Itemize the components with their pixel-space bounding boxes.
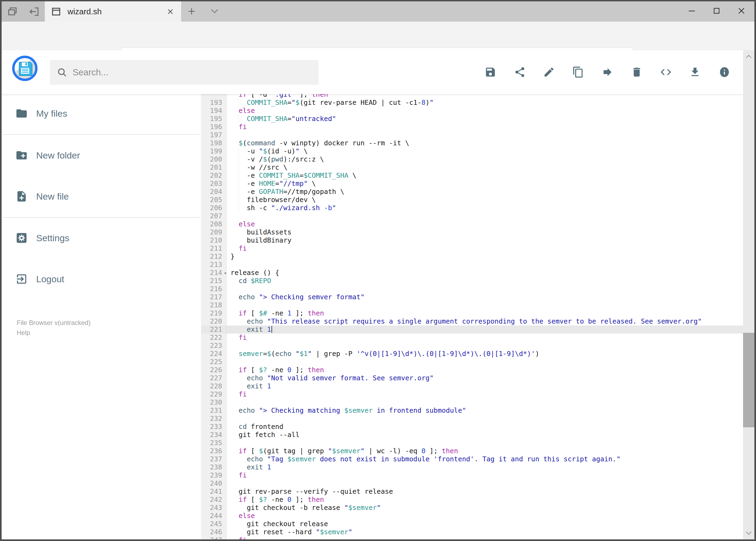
- code-line[interactable]: 222 fi: [201, 333, 744, 342]
- help-link[interactable]: Help: [17, 327, 91, 337]
- code-line[interactable]: 217 echo "> Checking semver format": [201, 293, 744, 301]
- line-number: 236: [201, 447, 227, 455]
- line-number: 194: [201, 107, 227, 115]
- line-number: 233: [201, 423, 227, 431]
- page-scrollbar[interactable]: [743, 50, 754, 539]
- download-button[interactable]: [685, 62, 705, 82]
- sidebar-item-logout[interactable]: Logout: [0, 264, 201, 294]
- code-line[interactable]: 240: [201, 479, 744, 487]
- code-line[interactable]: 243 git checkout -b release "$semver": [201, 504, 744, 512]
- code-line[interactable]: 198 $(command -v winpty) docker run --rm…: [201, 139, 744, 147]
- line-number: 222: [201, 333, 227, 342]
- code-line[interactable]: 204 -e GOPATH=//tmp/gopath \: [201, 188, 744, 196]
- minimize-button[interactable]: [679, 0, 704, 22]
- browser-tab[interactable]: wizard.sh: [45, 1, 181, 22]
- code-line[interactable]: 228 exit 1: [201, 382, 744, 390]
- app-version-text[interactable]: File Browser v(untracked): [17, 319, 91, 326]
- sidebar: My files New folder New file Settings Lo…: [0, 94, 201, 541]
- code-line[interactable]: 227 echo "Not valid semver format. See s…: [201, 374, 744, 382]
- code-line[interactable]: 247 fi: [201, 536, 744, 539]
- scroll-down-icon[interactable]: [744, 529, 753, 537]
- tab-preview-icon[interactable]: [6, 6, 18, 18]
- code-line[interactable]: 241 git rev-parse --verify --quiet relea…: [201, 487, 744, 496]
- sidebar-item-settings[interactable]: Settings: [0, 223, 201, 253]
- code-line[interactable]: if [ -d ".git" ]; then: [201, 94, 744, 99]
- code-line[interactable]: 203 -e HOME="//tmp" \: [201, 180, 744, 188]
- sidebar-item-new-folder[interactable]: New folder: [0, 141, 201, 170]
- code-line[interactable]: 244 else: [201, 512, 744, 520]
- line-number: 200: [201, 155, 227, 164]
- raw-code-button[interactable]: [655, 62, 676, 82]
- close-window-button[interactable]: [729, 0, 754, 22]
- save-button[interactable]: [480, 62, 501, 82]
- code-line[interactable]: 205 filebrowser/dev \: [201, 196, 744, 204]
- rename-button[interactable]: [539, 62, 559, 82]
- code-line[interactable]: 193 COMMIT_SHA="$(git rev-parse HEAD | c…: [201, 99, 744, 107]
- code-line[interactable]: 209 buildAssets: [201, 228, 744, 236]
- code-line[interactable]: 194 else: [201, 107, 744, 115]
- maximize-button[interactable]: [704, 0, 729, 22]
- code-line[interactable]: 237 echo "Tag $semver does not exist in …: [201, 455, 744, 463]
- new-tab-button[interactable]: [186, 6, 197, 17]
- browser-navbar: filebrowser.web/files/wizard.sh: [0, 22, 756, 51]
- fold-arrow-icon[interactable]: ▾: [224, 269, 227, 277]
- code-line[interactable]: 196 fi: [201, 123, 744, 131]
- code-line[interactable]: 221 exit 1: [201, 325, 744, 333]
- code-line[interactable]: 202 -e COMMIT_SHA=$COMMIT_SHA \: [201, 172, 744, 180]
- code-line[interactable]: 207: [201, 212, 744, 220]
- code-line[interactable]: 232: [201, 415, 744, 423]
- code-line[interactable]: 201 -w //src \: [201, 164, 744, 172]
- info-button[interactable]: [714, 62, 735, 82]
- code-line[interactable]: 242 if [ $? -ne 0 ]; then: [201, 496, 744, 504]
- sidebar-item-my-files[interactable]: My files: [0, 99, 201, 128]
- code-line[interactable]: 218: [201, 301, 744, 309]
- code-line[interactable]: 211 fi: [201, 245, 744, 253]
- code-line[interactable]: 235: [201, 439, 744, 447]
- code-line[interactable]: 214▾release () {: [201, 269, 744, 277]
- code-line[interactable]: 239 fi: [201, 471, 744, 479]
- tab-title: wizard.sh: [68, 7, 166, 16]
- code-line[interactable]: 245 git checkout release: [201, 520, 744, 528]
- code-line[interactable]: 233 cd frontend: [201, 423, 744, 431]
- code-line[interactable]: 225: [201, 358, 744, 366]
- code-line[interactable]: 216: [201, 285, 744, 293]
- tab-close-icon[interactable]: [166, 7, 175, 16]
- code-line[interactable]: 215 cd $REPO: [201, 277, 744, 285]
- code-line[interactable]: 199 -u "$(id -u)" \: [201, 147, 744, 155]
- filebrowser-logo[interactable]: [12, 56, 38, 81]
- code-line[interactable]: 231 echo "> Checking matching $semver in…: [201, 406, 744, 415]
- code-line[interactable]: 238 exit 1: [201, 463, 744, 471]
- search-box[interactable]: Search...: [50, 60, 319, 85]
- code-editor[interactable]: if [ -d ".git" ]; then193 COMMIT_SHA="$(…: [201, 94, 744, 539]
- code-line[interactable]: 197: [201, 131, 744, 139]
- copy-button[interactable]: [568, 62, 589, 82]
- indent-guide: [239, 204, 239, 212]
- tab-previews-chevron-icon[interactable]: [209, 8, 220, 15]
- code-line[interactable]: 210 buildBinary: [201, 236, 744, 245]
- code-line[interactable]: 226 if [ $? -ne 0 ]; then: [201, 366, 744, 374]
- sidebar-item-new-file[interactable]: New file: [0, 182, 201, 211]
- code-line[interactable]: 208 else: [201, 220, 744, 228]
- code-line[interactable]: 246 git reset --hard "$semver": [201, 528, 744, 536]
- code-line[interactable]: 234 git fetch --all: [201, 431, 744, 439]
- move-button[interactable]: [597, 62, 618, 82]
- line-number: 193: [201, 99, 227, 107]
- code-line[interactable]: 236 if [ $(git tag | grep "$semver" | wc…: [201, 447, 744, 455]
- set-tabs-aside-icon[interactable]: [28, 6, 40, 18]
- line-number: 237: [201, 455, 227, 463]
- code-line[interactable]: 213: [201, 261, 744, 269]
- scrollbar-thumb[interactable]: [743, 333, 754, 427]
- code-line[interactable]: 200 -v /$(pwd):/src:z \: [201, 155, 744, 164]
- share-button[interactable]: [510, 62, 530, 82]
- scroll-up-icon[interactable]: [744, 52, 753, 61]
- code-line[interactable]: 230: [201, 398, 744, 406]
- code-line[interactable]: 220 echo "This release script requires a…: [201, 317, 744, 325]
- delete-button[interactable]: [627, 62, 647, 82]
- code-line[interactable]: 206 sh -c "./wizard.sh -b": [201, 204, 744, 212]
- code-line[interactable]: 219 if [ $# -ne 1 ]; then: [201, 309, 744, 317]
- code-line[interactable]: 229 fi: [201, 390, 744, 398]
- code-line[interactable]: 195 COMMIT_SHA="untracked": [201, 115, 744, 123]
- code-line[interactable]: 223: [201, 342, 744, 350]
- code-line[interactable]: 212}: [201, 253, 744, 261]
- code-line[interactable]: 224 semver=$(echo "$1" | grep -P '^v(0|[…: [201, 350, 744, 358]
